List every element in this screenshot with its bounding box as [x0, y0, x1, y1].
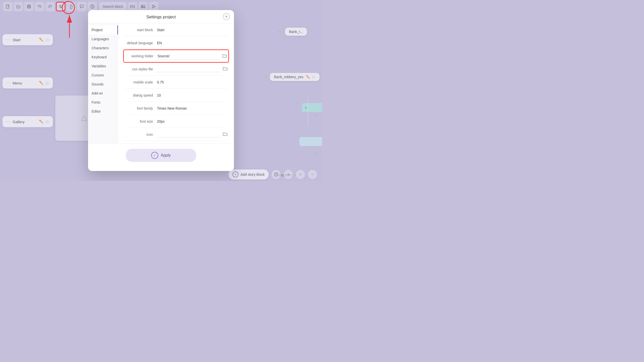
field-value-font-size: 20px — [157, 119, 228, 123]
field-label-font-size: font size — [124, 119, 157, 123]
modal-footer: ✓ Apply — [88, 144, 234, 171]
field-label-working-folder: working folder — [125, 54, 157, 58]
field-row-icon: icon — [124, 128, 228, 141]
css-styles-input[interactable] — [157, 66, 220, 72]
modal-content: start block Start default language EN wo… — [118, 23, 234, 144]
sidebar-item-editor[interactable]: Editor — [88, 107, 118, 116]
modal-header: Settings project ✕ — [88, 10, 234, 23]
field-row-dialog-speed: dialog speed 10 — [124, 89, 228, 102]
sidebar-item-variables[interactable]: Variables — [88, 62, 118, 71]
field-row-auto-save: Auto save Clear all save: — [124, 141, 228, 144]
sidebar-item-languages[interactable]: Languages — [88, 34, 118, 43]
sidebar-item-fonts[interactable]: Fonts — [88, 98, 118, 107]
field-value-font-family: Times New Roman — [157, 106, 228, 110]
field-row-start-block: start block Start — [124, 23, 228, 36]
field-label-mobile-scale: mobile scale — [124, 80, 157, 84]
apply-label: Apply — [161, 153, 171, 158]
field-value-default-language: EN — [157, 41, 228, 45]
icon-folder-icon[interactable] — [222, 131, 228, 138]
field-row-mobile-scale: mobile scale 0.75 — [124, 76, 228, 89]
modal-close-button[interactable]: ✕ — [223, 13, 230, 20]
working-folder-icon[interactable] — [222, 53, 227, 60]
icon-input[interactable] — [157, 131, 220, 138]
sidebar-item-cursors[interactable]: Cursors — [88, 71, 118, 80]
field-row-default-language: default language EN — [124, 36, 228, 50]
field-row-working-folder: working folder — [123, 50, 229, 63]
field-value-mobile-scale: 0.75 — [157, 80, 228, 84]
field-row-css-styles: css styles file — [124, 63, 228, 76]
field-label-css-styles: css styles file — [124, 67, 157, 71]
field-label-font-family: font family — [124, 106, 157, 110]
css-folder-icon[interactable] — [222, 66, 228, 72]
apply-button[interactable]: ✓ Apply — [126, 149, 196, 162]
modal-title: Settings project — [146, 15, 176, 19]
field-label-default-language: default language — [124, 41, 157, 45]
sidebar-item-sounds[interactable]: Sounds — [88, 80, 118, 89]
working-folder-input[interactable] — [157, 53, 220, 59]
sidebar-item-keyboard[interactable]: Keyboard — [88, 53, 118, 62]
field-row-font-size: font size 20px — [124, 115, 228, 128]
field-value-dialog-speed: 10 — [157, 93, 228, 97]
settings-modal: Settings project ✕ Project Languages Cha… — [88, 10, 234, 171]
field-label-dialog-speed: dialog speed — [124, 93, 157, 97]
sidebar-item-project[interactable]: Project — [88, 25, 118, 34]
field-row-font-family: font family Times New Roman — [124, 102, 228, 115]
field-label-icon: icon — [124, 132, 157, 137]
sidebar-item-characters[interactable]: Characters — [88, 43, 118, 53]
modal-overlay: Settings project ✕ Project Languages Cha… — [0, 0, 322, 181]
modal-sidebar: Project Languages Characters Keyboard Va… — [88, 23, 118, 144]
modal-body: Project Languages Characters Keyboard Va… — [88, 23, 234, 144]
sidebar-item-addon[interactable]: Add-on — [88, 89, 118, 98]
apply-check-icon: ✓ — [151, 152, 158, 159]
field-value-start-block: Start — [157, 28, 228, 32]
field-label-start-block: start block — [124, 28, 157, 32]
